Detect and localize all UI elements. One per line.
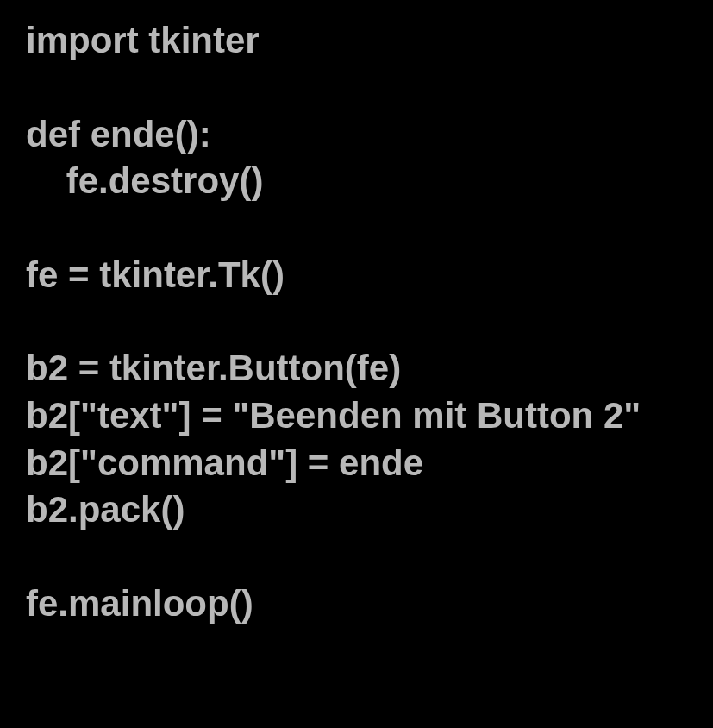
blank-line [26,298,687,345]
blank-line [26,65,687,111]
code-line-mainloop: fe.mainloop() [26,581,687,628]
code-line-text: b2["text"] = "Beenden mit Button 2" [26,392,687,440]
code-line-def: def ende(): [26,111,687,159]
blank-line [26,534,687,581]
code-line-destroy: fe.destroy() [26,158,687,205]
blank-line [26,205,687,252]
code-line-command: b2["command"] = ende [26,440,687,487]
code-line-import: import tkinter [26,17,687,65]
code-line-button: b2 = tkinter.Button(fe) [26,345,687,392]
code-line-pack: b2.pack() [26,486,687,534]
code-line-tk: fe = tkinter.Tk() [26,252,687,299]
code-snippet: import tkinter def ende(): fe.destroy() … [26,17,687,627]
